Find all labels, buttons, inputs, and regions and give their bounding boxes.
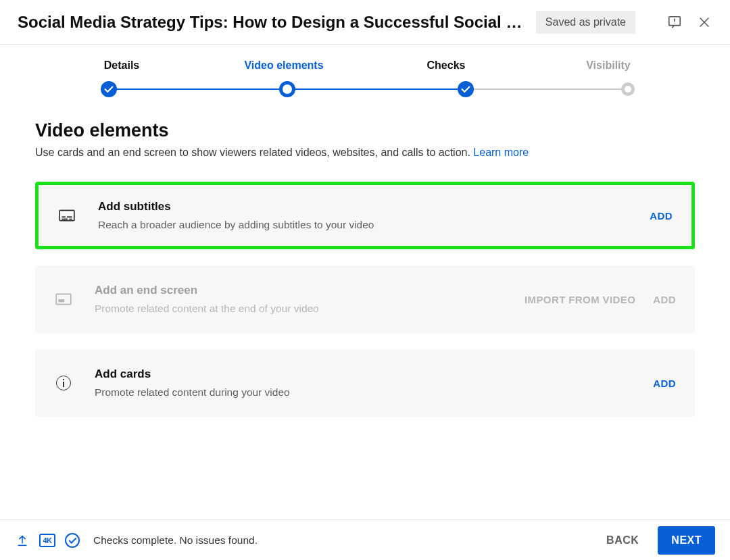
card-title: Add subtitles [98, 200, 650, 213]
step-node-checks [458, 81, 474, 97]
card-add-cards: Add cards Promote related content during… [35, 349, 695, 417]
section-subtitle-text: Use cards and an end screen to show view… [35, 147, 473, 158]
info-icon [50, 376, 77, 390]
next-button[interactable]: NEXT [658, 526, 715, 555]
footer: 4K Checks complete. No issues found. BAC… [0, 519, 730, 560]
card-desc: Promote related content during your vide… [95, 386, 653, 399]
checks-complete-icon[interactable] [65, 533, 80, 548]
page-title: Social Media Strategy Tips: How to Desig… [18, 13, 531, 32]
step-visibility[interactable]: Visibility [527, 59, 689, 81]
feedback-icon[interactable] [666, 14, 683, 30]
card-desc: Reach a broader audience by adding subti… [98, 219, 650, 231]
step-checks[interactable]: Checks [365, 59, 527, 81]
section-title: Video elements [35, 120, 695, 141]
import-from-video-button[interactable]: IMPORT FROM VIDEO [525, 294, 635, 305]
upload-icon[interactable] [15, 533, 30, 548]
step-details[interactable]: Details [41, 59, 203, 81]
card-title: Add an end screen [95, 284, 525, 297]
stepper-track [41, 81, 689, 97]
add-end-screen-button[interactable]: ADD [653, 294, 676, 305]
step-video-elements[interactable]: Video elements [203, 59, 365, 81]
add-subtitles-button[interactable]: ADD [650, 210, 673, 222]
close-icon[interactable] [696, 14, 712, 30]
end-screen-icon [50, 290, 77, 308]
step-node-video-elements [279, 81, 295, 97]
step-node-details [101, 81, 117, 97]
step-node-visibility [621, 82, 635, 96]
saved-status-chip: Saved as private [536, 11, 635, 34]
svg-rect-11 [58, 299, 64, 302]
dialog-header: Social Media Strategy Tips: How to Desig… [0, 0, 730, 45]
subtitles-icon [53, 207, 80, 224]
card-add-end-screen: Add an end screen Promote related conten… [35, 265, 695, 333]
content-area: Video elements Use cards and an end scre… [0, 97, 730, 417]
learn-more-link[interactable]: Learn more [473, 147, 529, 158]
back-button[interactable]: BACK [597, 528, 648, 553]
section-subtitle: Use cards and an end screen to show view… [35, 147, 695, 159]
card-title: Add cards [95, 367, 653, 381]
card-desc: Promote related content at the end of yo… [95, 303, 525, 315]
resolution-badge[interactable]: 4K [39, 534, 55, 547]
card-add-subtitles: Add subtitles Reach a broader audience b… [35, 182, 695, 249]
footer-status: Checks complete. No issues found. [93, 534, 258, 546]
stepper: Details Video elements Checks Visibility [0, 45, 730, 97]
add-cards-button[interactable]: ADD [653, 378, 676, 389]
